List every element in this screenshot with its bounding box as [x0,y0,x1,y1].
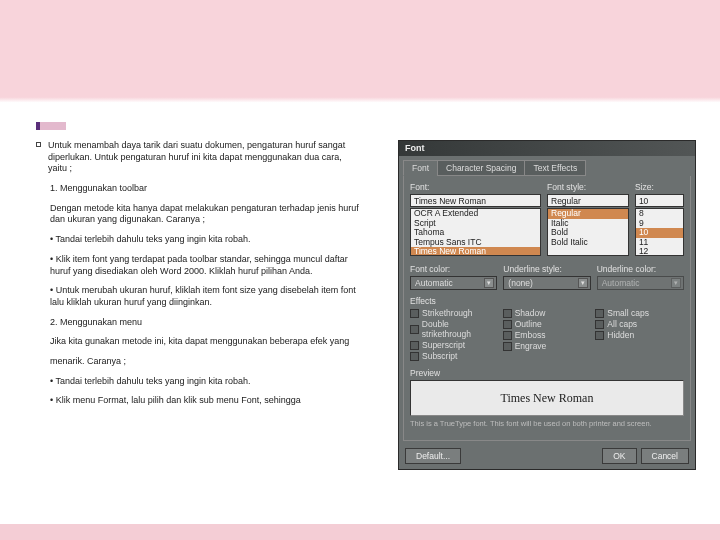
p10: • Klik menu Format, lalu pilih dan klik … [50,395,360,407]
font-color-combo[interactable]: Automatic [410,276,497,290]
p6: 2. Menggunakan menu [50,317,360,329]
document-text: Untuk menambah daya tarik dari suatu dok… [50,140,360,415]
p9: • Tandai terlebih dahulu teks yang ingin… [50,376,360,388]
tab-body: Font: Times New Roman OCR A Extended Scr… [403,176,691,441]
checkbox-icon [410,341,419,350]
chk-double-strike[interactable]: Double strikethrough [410,319,499,339]
list-item[interactable]: 12 [636,247,683,256]
bullet-square-icon [36,142,41,147]
chk-small-caps[interactable]: Small caps [595,308,684,318]
checkbox-icon [503,342,512,351]
style-input[interactable]: Regular [547,194,629,207]
p3: • Tandai terlebih dahulu teks yang ingin… [50,234,360,246]
chk-hidden[interactable]: Hidden [595,330,684,340]
p8: menarik. Caranya ; [50,356,360,368]
font-dialog: Font Font Character Spacing Text Effects… [398,140,696,470]
dialog-titlebar: Font [399,141,695,156]
chk-superscript[interactable]: Superscript [410,340,499,350]
preview-label: Preview [410,368,684,378]
tab-font[interactable]: Font [403,160,438,176]
font-color-label: Font color: [410,264,497,274]
p2: Dengan metode kita hanya dapat melakukan… [50,203,360,226]
p4: • Klik item font yang terdapat pada tool… [50,254,360,277]
checkbox-icon [503,309,512,318]
effects-group: Strikethrough Double strikethrough Super… [410,308,684,362]
chk-subscript[interactable]: Subscript [410,351,499,361]
checkbox-icon [595,331,604,340]
size-input[interactable]: 10 [635,194,684,207]
underline-style-combo[interactable]: (none) [503,276,590,290]
chevron-down-icon [671,278,681,288]
checkbox-icon [503,331,512,340]
p7: Jika kita gunakan metode ini, kita dapat… [50,336,360,348]
chk-strikethrough[interactable]: Strikethrough [410,308,499,318]
cancel-button[interactable]: Cancel [641,448,689,464]
chk-outline[interactable]: Outline [503,319,592,329]
chk-emboss[interactable]: Emboss [503,330,592,340]
font-label: Font: [410,182,541,192]
chevron-down-icon [578,278,588,288]
checkbox-icon [410,352,419,361]
checkbox-icon [410,309,419,318]
underline-color-label: Underline color: [597,264,684,274]
effects-label: Effects [410,296,684,306]
intro-paragraph: Untuk menambah daya tarik dari suatu dok… [48,140,360,175]
underline-color-combo[interactable]: Automatic [597,276,684,290]
ok-button[interactable]: OK [602,448,636,464]
preview-box: Times New Roman [410,380,684,416]
size-listbox[interactable]: 8 9 10 11 12 [635,208,684,256]
tab-character-spacing[interactable]: Character Spacing [437,160,525,176]
checkbox-icon [595,320,604,329]
list-item[interactable]: Bold Italic [548,238,628,248]
underline-style-label: Underline style: [503,264,590,274]
checkbox-icon [503,320,512,329]
font-color-value: Automatic [415,278,453,288]
checkbox-icon [410,325,419,334]
chevron-down-icon [484,278,494,288]
checkbox-icon [595,309,604,318]
font-listbox[interactable]: OCR A Extended Script Tahoma Tempus Sans… [410,208,541,256]
chk-engrave[interactable]: Engrave [503,341,592,351]
style-label: Font style: [547,182,629,192]
font-input[interactable]: Times New Roman [410,194,541,207]
dialog-tabs: Font Character Spacing Text Effects [399,156,695,176]
p5: • Untuk merubah ukuran huruf, kliklah it… [50,285,360,308]
list-item[interactable]: Times New Roman [411,247,540,256]
p1: 1. Menggunakan toolbar [50,183,360,195]
chk-all-caps[interactable]: All caps [595,319,684,329]
default-button[interactable]: Default... [405,448,461,464]
style-listbox[interactable]: Regular Italic Bold Bold Italic [547,208,629,256]
font-hint: This is a TrueType font. This font will … [410,419,684,428]
underline-color-value: Automatic [602,278,640,288]
size-label: Size: [635,182,684,192]
underline-style-value: (none) [508,278,533,288]
chk-shadow[interactable]: Shadow [503,308,592,318]
accent-stripe [36,122,66,130]
tab-text-effects[interactable]: Text Effects [524,160,586,176]
